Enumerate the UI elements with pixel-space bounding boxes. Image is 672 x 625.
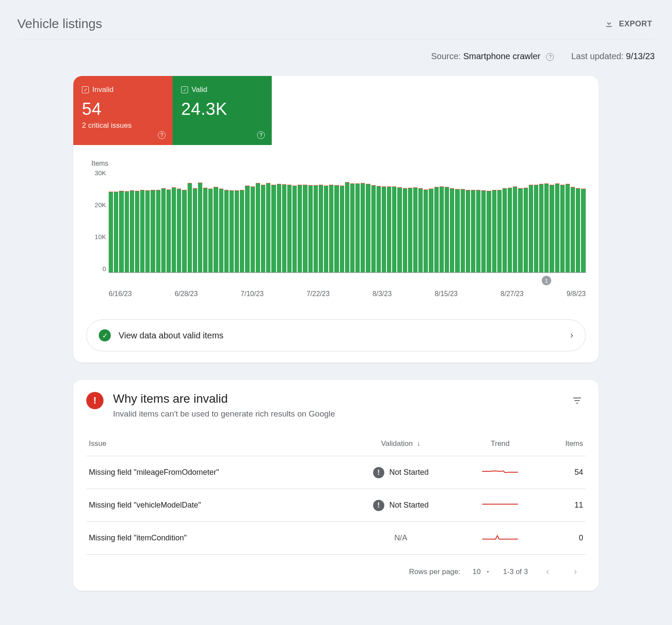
filter-button[interactable] [568,392,586,410]
col-validation[interactable]: Validation ↓ [343,432,458,456]
chart-bar[interactable] [518,188,522,272]
chart-bar[interactable] [266,183,270,272]
chart-bar[interactable] [497,190,502,272]
table-row[interactable]: Missing field "vehicleModelDate"!Not Sta… [86,489,586,522]
chart-marker[interactable]: 1 [542,276,551,285]
chart-bar[interactable] [355,183,360,272]
chart-bar[interactable] [492,190,496,272]
chart-bar[interactable] [434,187,439,272]
chart-bar[interactable] [366,184,370,272]
chart-bar[interactable] [334,185,339,272]
chart-bar[interactable] [308,185,313,272]
chart-bar[interactable] [550,185,554,272]
chart-bar[interactable] [203,188,207,272]
chart-bar[interactable] [208,189,213,272]
chart-bar[interactable] [314,185,318,272]
help-icon[interactable]: ? [158,131,166,139]
chart-bar[interactable] [508,188,512,272]
chart-bar[interactable] [303,185,307,272]
chart-bar[interactable] [513,186,517,272]
chart-bar[interactable] [130,190,134,272]
chart-bar[interactable] [145,190,150,272]
chart-bar[interactable] [524,188,528,272]
prev-page-button[interactable]: ‹ [540,564,556,580]
chart-bar[interactable] [292,186,297,272]
chart-bar[interactable] [319,185,323,272]
chart-bar[interactable] [461,189,465,272]
chart-bar[interactable] [324,186,328,272]
chart-bar[interactable] [539,184,543,272]
chart-bar[interactable] [125,191,129,272]
chart-bar[interactable] [429,189,433,272]
chart-bar[interactable] [340,186,344,272]
chart-bar[interactable] [555,183,559,272]
chart-bar[interactable] [329,185,333,272]
chart-bar[interactable] [345,182,349,272]
chart-bar[interactable] [455,189,459,272]
tile-valid[interactable]: ✓Valid 24.3K ? [173,76,272,145]
chart-bar[interactable] [418,188,423,272]
chart-bar[interactable] [476,190,480,272]
chart-bar[interactable] [245,186,249,272]
chart-bar[interactable] [298,185,302,272]
chart-bar[interactable] [251,186,255,272]
chart-bar[interactable] [198,183,202,272]
rows-per-page-select[interactable]: 10 [472,568,491,576]
chart-bar[interactable] [156,190,160,272]
chart-bar[interactable] [424,189,428,272]
chart-bar[interactable] [277,184,281,272]
chart-bar[interactable] [151,190,155,272]
tile-invalid[interactable]: ✓Invalid 54 2 critical issues ? [73,76,173,145]
chart-bar[interactable] [576,188,580,272]
chart-bar[interactable] [502,188,507,272]
chart-bar[interactable] [214,187,218,272]
chart-bar[interactable] [172,187,176,272]
chart-bar[interactable] [397,187,402,272]
chart-bar[interactable] [193,188,197,272]
chart-bar[interactable] [177,189,181,272]
chart-bar[interactable] [450,188,454,272]
table-row[interactable]: Missing field "itemCondition"N/A0 [86,522,586,555]
chart-bar[interactable] [560,185,565,272]
export-button[interactable]: EXPORT [602,19,655,29]
chart-bar[interactable] [466,190,470,272]
chart-bar[interactable] [119,191,123,272]
help-icon[interactable]: ? [546,53,554,61]
chart-bar[interactable] [261,185,265,272]
chart-bar[interactable] [287,185,292,272]
chart-bar[interactable] [403,188,407,272]
chart-bar[interactable] [529,185,533,272]
chart-bar[interactable] [350,183,355,272]
chart-bar[interactable] [188,183,192,272]
chart-bar[interactable] [271,185,276,272]
chart-bar[interactable] [140,190,144,272]
chart-bar[interactable] [109,192,113,272]
help-icon[interactable]: ? [257,131,265,139]
chart-bar[interactable] [445,187,449,272]
chart-bar[interactable] [392,186,396,272]
chart-bar[interactable] [481,190,486,272]
chart-bar[interactable] [534,185,538,272]
chart-bar[interactable] [166,189,171,272]
chart-bar[interactable] [571,187,575,272]
chart-bar[interactable] [229,190,234,272]
chart-bar[interactable] [413,187,418,272]
chart-bar[interactable] [387,186,391,272]
chart-bar[interactable] [224,190,229,272]
chart-bar[interactable] [440,186,444,272]
chart-bar[interactable] [114,192,118,272]
chart-bar[interactable] [361,183,365,272]
chart-bar[interactable] [219,189,223,272]
chart-bar[interactable] [382,186,386,272]
chart-bar[interactable] [377,186,381,272]
table-row[interactable]: Missing field "mileageFromOdometer"!Not … [86,456,586,489]
chart-bar[interactable] [240,190,244,272]
chart-bar[interactable] [471,190,475,272]
chart-bar[interactable] [408,188,412,272]
chart-bar[interactable] [282,184,286,272]
chart-bar[interactable] [256,183,260,272]
chart-bar[interactable] [135,191,139,272]
chart-bar[interactable] [182,190,186,272]
chart-bar[interactable] [544,183,549,272]
chart-bar[interactable] [565,184,570,272]
